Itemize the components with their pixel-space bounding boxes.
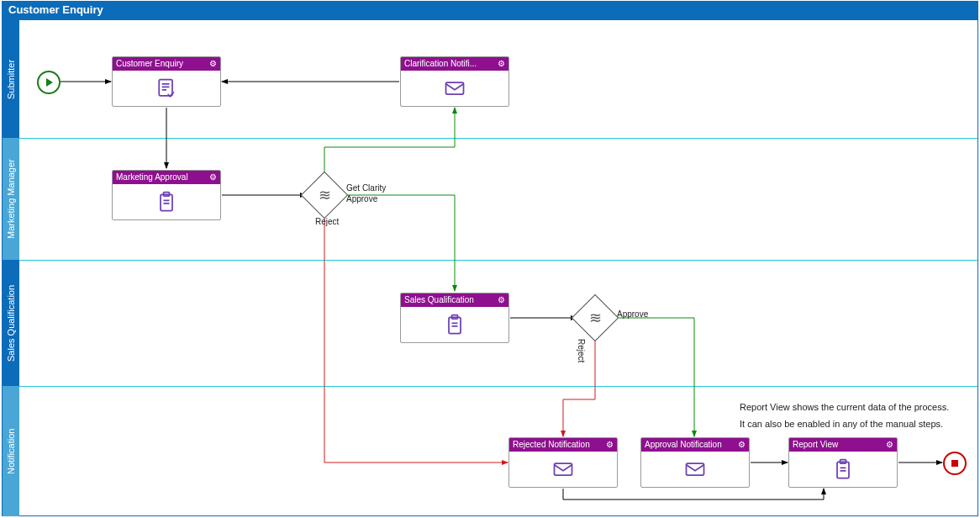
task-marketing-approval[interactable]: Marketing Approval⚙	[112, 170, 221, 220]
lane-divider	[19, 138, 977, 139]
gear-icon[interactable]: ⚙	[738, 438, 746, 452]
svg-rect-7	[687, 463, 704, 475]
svg-rect-6	[555, 463, 572, 475]
mail-icon	[401, 71, 508, 106]
lane-divider	[19, 260, 977, 261]
task-rejected-notification[interactable]: Rejected Notification⚙	[508, 437, 618, 488]
gear-icon[interactable]: ⚙	[209, 57, 217, 71]
task-label: Customer Enquiry	[116, 57, 183, 71]
gear-icon[interactable]: ⚙	[498, 293, 505, 307]
task-customer-enquiry[interactable]: Customer Enquiry⚙	[112, 56, 221, 107]
task-clarification-notification[interactable]: Clarification Notifi...⚙	[400, 56, 509, 107]
flow-label-reject-2: Reject	[577, 339, 586, 362]
clipboard-icon	[113, 184, 220, 219]
wave-icon: ≋	[578, 301, 612, 335]
flow-label-approve-2: Approve	[617, 309, 648, 319]
mail-icon	[641, 452, 749, 487]
gear-icon[interactable]: ⚙	[606, 438, 614, 452]
gear-icon[interactable]: ⚙	[209, 171, 217, 184]
task-sales-qualification[interactable]: Sales Qualification⚙	[400, 293, 509, 343]
flow-label-get-clarity: Get Clarity	[346, 183, 386, 193]
lane-sales: Sales Qualification	[3, 260, 19, 386]
wave-icon: ≋	[308, 178, 341, 212]
annotation-line-1: Report View shows the current data of th…	[740, 402, 949, 412]
task-report-view[interactable]: Report View⚙	[788, 437, 898, 488]
stop-icon	[951, 460, 958, 467]
task-approval-notification[interactable]: Approval Notification⚙	[640, 437, 750, 488]
lane-submitter: Submitter	[3, 20, 19, 138]
clipboard-icon	[789, 452, 897, 487]
task-label: Marketing Approval	[116, 171, 188, 184]
mail-icon	[509, 452, 617, 487]
end-event[interactable]	[943, 452, 967, 475]
gateway-sales-decision[interactable]: ≋	[578, 301, 612, 335]
task-label: Sales Qualification	[404, 293, 474, 307]
gateway-marketing-decision[interactable]: ≋	[308, 178, 341, 212]
gear-icon[interactable]: ⚙	[886, 438, 893, 452]
svg-rect-1	[446, 82, 464, 94]
flow-label-reject: Reject	[315, 217, 339, 226]
pool-title: Customer Enquiry	[2, 1, 978, 19]
play-icon	[46, 78, 53, 87]
task-label: Rejected Notification	[513, 438, 590, 452]
task-label: Approval Notification	[645, 438, 722, 452]
lane-notification: Notification	[3, 386, 19, 516]
form-icon	[113, 71, 220, 106]
annotation-line-2: It can also be enabled in any of the man…	[740, 419, 943, 429]
gear-icon[interactable]: ⚙	[498, 57, 505, 71]
flow-label-approve: Approve	[346, 194, 377, 204]
task-label: Report View	[793, 438, 838, 452]
lane-marketing: Marketing Manager	[3, 138, 19, 260]
task-label: Clarification Notifi...	[404, 57, 477, 71]
lane-divider	[19, 386, 977, 387]
clipboard-icon	[401, 307, 508, 342]
start-event[interactable]	[37, 71, 61, 94]
